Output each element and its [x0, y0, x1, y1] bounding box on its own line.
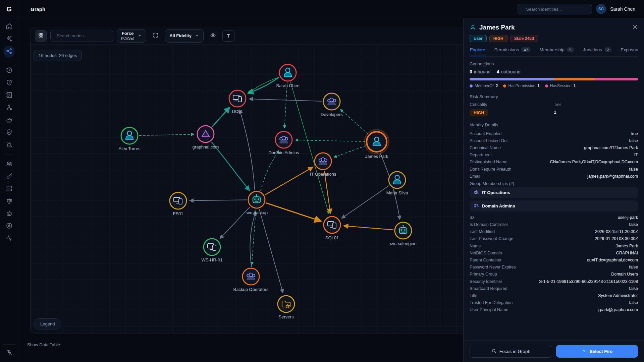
sidebar-item-history[interactable] [3, 66, 15, 76]
edge-graphnai-com-dc01[interactable] [212, 107, 229, 127]
graph-node-developers[interactable]: Developers [321, 93, 343, 117]
edge-it-operations-sql01[interactable] [324, 171, 330, 214]
sidebar [0, 18, 18, 362]
identity-search-box[interactable] [517, 4, 592, 14]
tab-permissions[interactable]: Permissions47 [494, 47, 531, 56]
edge-maria-silva-sql01[interactable] [342, 185, 389, 218]
lightning-icon [582, 348, 587, 354]
graph-node-servers[interactable]: Servers [278, 296, 294, 319]
graph-node-sarah-chen[interactable]: Sarah Chen [276, 64, 299, 88]
edge-svc-backup-fs01[interactable] [190, 200, 247, 200]
status-badge-user: User [470, 35, 487, 42]
close-panel-button[interactable] [632, 24, 638, 31]
avatar[interactable]: SC [596, 4, 606, 14]
detail-value: false [629, 300, 638, 305]
graph-node-svc-sqlengine[interactable]: svc-sqlengine [390, 222, 417, 246]
tab-count: 2 [604, 47, 611, 52]
edge-svc-backup-sql01[interactable] [266, 203, 321, 221]
sidebar-item-home[interactable] [3, 22, 15, 32]
edge-svc-backup-domain-admins[interactable] [261, 150, 279, 191]
sidebar-divider [5, 155, 13, 155]
edge-james-park-it-operations[interactable] [334, 146, 366, 157]
sidebar-item-activity[interactable] [3, 234, 15, 244]
group-chip[interactable]: IT Operations [470, 187, 638, 198]
legend-item: HasSession1 [545, 83, 576, 88]
group-icon [474, 189, 479, 196]
select-button[interactable]: Select Fire [556, 345, 638, 358]
sidebar-item-lock-circle[interactable] [3, 221, 15, 231]
identity-details-section: Identity Details Account EnabledtrueAcco… [470, 122, 638, 313]
detail-row: Don't Require Preauthfalse [470, 166, 638, 173]
graph-canvas[interactable]: Force (fCoSE) All Fidelity T 16 nodes, 2… [30, 27, 485, 334]
sidebar-item-siren[interactable] [3, 140, 15, 150]
graph-node-james-park[interactable]: James Park [365, 130, 389, 159]
graph-icon [6, 48, 13, 56]
sidebar-item-hierarchy[interactable] [3, 103, 15, 113]
topbar: G Graph SC Sarah Chen [0, 0, 644, 18]
tab-junctions[interactable]: Junctions2 [583, 47, 612, 56]
key-icon [6, 173, 13, 181]
tab-membership[interactable]: Membership5 [539, 47, 574, 56]
sidebar-item-server[interactable] [3, 184, 15, 194]
edge-alex-torres-graphnai-com[interactable] [139, 134, 194, 136]
sidebar-item-pin-off[interactable] [3, 348, 15, 358]
sidebar-item-key[interactable] [3, 172, 15, 182]
edge-james-park-developers[interactable] [340, 109, 368, 134]
edge-sarah-chen-dc01[interactable] [248, 77, 279, 93]
graph-node-backup-operators[interactable]: Backup Operators [233, 268, 269, 292]
legend-button[interactable]: Legend [34, 318, 61, 329]
node-label: James Park [365, 154, 388, 159]
sidebar-item-sparkles[interactable] [3, 34, 15, 44]
graph-node-svc-backup[interactable]: svc-backup [246, 191, 268, 215]
sidebar-item-id-book[interactable] [3, 90, 15, 101]
graph-node-dc01[interactable]: DC01 [229, 90, 246, 114]
edge-developers-dc01[interactable] [249, 99, 322, 101]
app-logo[interactable]: G [0, 0, 18, 18]
edge-svc-backup-it-operations[interactable] [265, 167, 313, 195]
graph-node-graphnai-com[interactable]: graphnai.com [193, 126, 219, 149]
tab-exposure[interactable]: Exposure1 [620, 47, 638, 56]
edge-james-park-domain-admins[interactable] [296, 140, 365, 142]
edge-svc-backup-servers[interactable] [259, 209, 283, 293]
sidebar-item-shield-alert[interactable] [3, 78, 15, 88]
graph-node-maria-silva[interactable]: Maria Silva [386, 172, 408, 195]
sidebar-item-shield-check[interactable] [3, 128, 15, 138]
sidebar-item-crown[interactable] [3, 115, 15, 125]
show-data-table-link[interactable]: Show Data Table [27, 342, 60, 347]
detail-label: Security Identifier [470, 279, 502, 284]
criticality-label: Criticality [470, 102, 554, 107]
edge-svc-backup-dc01[interactable] [239, 110, 255, 190]
server-icon [6, 185, 13, 193]
shield-check-icon [6, 129, 13, 137]
focus-in-graph-button[interactable]: Focus in Graph [470, 345, 552, 358]
sidebar-item-graph[interactable] [3, 47, 15, 57]
graph-svg[interactable]: Sarah ChenDC01DevelopersAlex Torresgraph… [31, 27, 485, 334]
sidebar-item-users[interactable] [3, 159, 15, 169]
detail-row: Parent Containerou=IT,dc=graphnai,dc=com [470, 256, 638, 263]
tab-explore[interactable]: Explore [470, 47, 486, 56]
detail-row: Is Domain Controllerfalse [470, 221, 638, 228]
graph-node-fs01[interactable]: FS01 [170, 192, 186, 216]
search-identities-input[interactable] [526, 7, 588, 12]
edge-sarah-chen-dc01[interactable] [248, 77, 279, 93]
detail-label: Primary Group [470, 272, 497, 277]
edge-svc-sqlengine-sql01[interactable] [344, 226, 393, 230]
group-chip[interactable]: Domain Admins [470, 200, 638, 212]
graph-node-alex-torres[interactable]: Alex Torres [119, 127, 141, 151]
detail-value: user-j-park [618, 215, 638, 220]
sidebar-item-scale[interactable] [3, 196, 15, 206]
details-panel: James Park UserHIGHStale 245d ExplorePer… [463, 18, 644, 362]
search-icon [491, 348, 496, 354]
detail-row: Password Never Expiresfalse [470, 264, 638, 271]
graph-node-ws-hr-01[interactable]: WS-HR-01 [202, 239, 223, 262]
edge-sarah-chen-domain-admins[interactable] [284, 82, 287, 128]
sidebar-item-bot[interactable] [3, 209, 15, 219]
detail-value: System Administrator [598, 293, 638, 298]
detail-value: James Park [616, 244, 638, 248]
detail-label: Department [470, 153, 492, 157]
graph-node-it-operations[interactable]: IT Operations [310, 153, 336, 177]
detail-value: false [629, 222, 638, 227]
graph-node-sql01[interactable]: SQL01 [324, 217, 340, 240]
detail-value: S-1-5-21-1969153290-605229143-2116150023… [539, 279, 638, 284]
graph-node-domain-admins[interactable]: Domain Admins [268, 131, 299, 155]
